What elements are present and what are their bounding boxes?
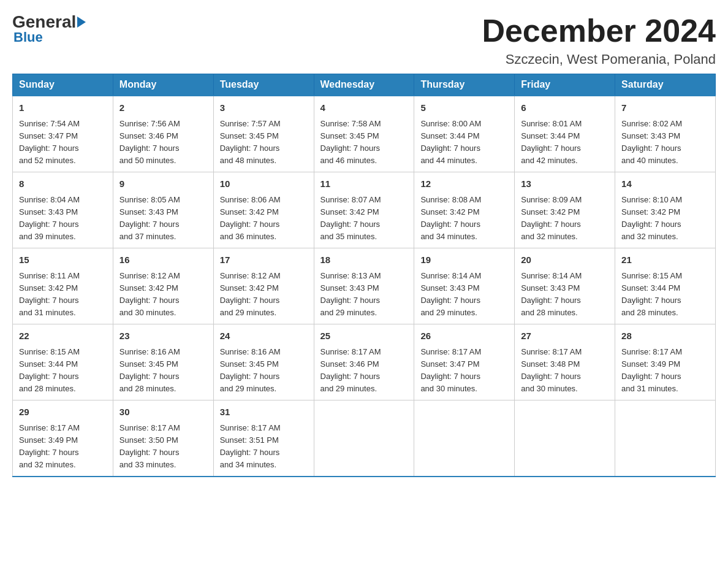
- day-info: Sunrise: 7:57 AMSunset: 3:45 PMDaylight:…: [220, 118, 308, 167]
- calendar-week-row-1: 1Sunrise: 7:54 AMSunset: 3:47 PMDaylight…: [13, 96, 716, 172]
- logo-blue-text: Blue: [13, 29, 43, 45]
- table-row: 2Sunrise: 7:56 AMSunset: 3:46 PMDaylight…: [113, 96, 213, 172]
- table-row: 16Sunrise: 8:12 AMSunset: 3:42 PMDayligh…: [113, 248, 213, 324]
- page-header: General Blue December 2024 Szczecin, Wes…: [12, 12, 716, 67]
- table-row: 29Sunrise: 8:17 AMSunset: 3:49 PMDayligh…: [13, 400, 113, 477]
- calendar-week-row-4: 22Sunrise: 8:15 AMSunset: 3:44 PMDayligh…: [13, 324, 716, 400]
- calendar-week-row-5: 29Sunrise: 8:17 AMSunset: 3:49 PMDayligh…: [13, 400, 716, 477]
- weekday-header-wednesday: Wednesday: [314, 74, 414, 96]
- table-row: 5Sunrise: 8:00 AMSunset: 3:44 PMDaylight…: [414, 96, 515, 172]
- day-info: Sunrise: 8:16 AMSunset: 3:45 PMDaylight:…: [119, 346, 207, 396]
- day-info: Sunrise: 8:06 AMSunset: 3:42 PMDaylight:…: [220, 194, 308, 243]
- day-number: 26: [420, 329, 508, 343]
- day-number: 6: [521, 101, 609, 115]
- day-number: 16: [119, 253, 207, 267]
- day-number: 28: [621, 329, 709, 343]
- table-row: 12Sunrise: 8:08 AMSunset: 3:42 PMDayligh…: [414, 172, 515, 248]
- day-number: 20: [521, 253, 609, 267]
- day-number: 8: [19, 177, 107, 191]
- day-info: Sunrise: 8:15 AMSunset: 3:44 PMDaylight:…: [621, 270, 709, 320]
- table-row: 4Sunrise: 7:58 AMSunset: 3:45 PMDaylight…: [314, 96, 414, 172]
- day-info: Sunrise: 7:56 AMSunset: 3:46 PMDaylight:…: [119, 118, 207, 167]
- weekday-header-sunday: Sunday: [13, 74, 113, 96]
- day-number: 18: [320, 253, 408, 267]
- weekday-header-monday: Monday: [113, 74, 213, 96]
- day-number: 30: [119, 405, 207, 419]
- day-number: 23: [119, 329, 207, 343]
- day-number: 22: [19, 329, 107, 343]
- table-row: [615, 400, 716, 477]
- table-row: 15Sunrise: 8:11 AMSunset: 3:42 PMDayligh…: [13, 248, 113, 324]
- day-info: Sunrise: 8:13 AMSunset: 3:43 PMDaylight:…: [320, 270, 408, 320]
- day-info: Sunrise: 8:17 AMSunset: 3:47 PMDaylight:…: [420, 346, 508, 396]
- logo: General Blue: [12, 12, 87, 45]
- table-row: 23Sunrise: 8:16 AMSunset: 3:45 PMDayligh…: [113, 324, 213, 400]
- day-number: 7: [621, 101, 709, 115]
- table-row: 25Sunrise: 8:17 AMSunset: 3:46 PMDayligh…: [314, 324, 414, 400]
- day-number: 17: [220, 253, 308, 267]
- table-row: 10Sunrise: 8:06 AMSunset: 3:42 PMDayligh…: [213, 172, 314, 248]
- day-info: Sunrise: 8:07 AMSunset: 3:42 PMDaylight:…: [320, 194, 408, 243]
- weekday-header-row: SundayMondayTuesdayWednesdayThursdayFrid…: [13, 74, 716, 96]
- day-number: 12: [420, 177, 508, 191]
- day-number: 24: [220, 329, 308, 343]
- table-row: 19Sunrise: 8:14 AMSunset: 3:43 PMDayligh…: [414, 248, 515, 324]
- day-number: 3: [220, 101, 308, 115]
- day-info: Sunrise: 8:17 AMSunset: 3:46 PMDaylight:…: [320, 346, 408, 396]
- table-row: 14Sunrise: 8:10 AMSunset: 3:42 PMDayligh…: [615, 172, 716, 248]
- calendar-week-row-3: 15Sunrise: 8:11 AMSunset: 3:42 PMDayligh…: [13, 248, 716, 324]
- day-number: 1: [19, 101, 107, 115]
- table-row: 30Sunrise: 8:17 AMSunset: 3:50 PMDayligh…: [113, 400, 213, 477]
- day-number: 29: [19, 405, 107, 419]
- day-number: 10: [220, 177, 308, 191]
- day-info: Sunrise: 8:16 AMSunset: 3:45 PMDaylight:…: [220, 346, 308, 396]
- table-row: 7Sunrise: 8:02 AMSunset: 3:43 PMDaylight…: [615, 96, 716, 172]
- logo-triangle-icon: [77, 17, 86, 28]
- table-row: 18Sunrise: 8:13 AMSunset: 3:43 PMDayligh…: [314, 248, 414, 324]
- day-number: 2: [119, 101, 207, 115]
- day-info: Sunrise: 8:01 AMSunset: 3:44 PMDaylight:…: [521, 118, 609, 167]
- table-row: [515, 400, 615, 477]
- table-row: [314, 400, 414, 477]
- day-number: 14: [621, 177, 709, 191]
- table-row: 31Sunrise: 8:17 AMSunset: 3:51 PMDayligh…: [213, 400, 314, 477]
- day-info: Sunrise: 8:02 AMSunset: 3:43 PMDaylight:…: [621, 118, 709, 167]
- calendar-week-row-2: 8Sunrise: 8:04 AMSunset: 3:43 PMDaylight…: [13, 172, 716, 248]
- table-row: 13Sunrise: 8:09 AMSunset: 3:42 PMDayligh…: [515, 172, 615, 248]
- day-info: Sunrise: 8:00 AMSunset: 3:44 PMDaylight:…: [420, 118, 508, 167]
- day-number: 15: [19, 253, 107, 267]
- day-number: 25: [320, 329, 408, 343]
- day-number: 13: [521, 177, 609, 191]
- day-number: 19: [420, 253, 508, 267]
- table-row: 17Sunrise: 8:12 AMSunset: 3:42 PMDayligh…: [213, 248, 314, 324]
- day-info: Sunrise: 8:12 AMSunset: 3:42 PMDaylight:…: [220, 270, 308, 320]
- day-info: Sunrise: 8:17 AMSunset: 3:48 PMDaylight:…: [521, 346, 609, 396]
- table-row: 6Sunrise: 8:01 AMSunset: 3:44 PMDaylight…: [515, 96, 615, 172]
- day-info: Sunrise: 8:17 AMSunset: 3:50 PMDaylight:…: [119, 422, 207, 472]
- table-row: 28Sunrise: 8:17 AMSunset: 3:49 PMDayligh…: [615, 324, 716, 400]
- day-info: Sunrise: 7:58 AMSunset: 3:45 PMDaylight:…: [320, 118, 408, 167]
- day-info: Sunrise: 8:09 AMSunset: 3:42 PMDaylight:…: [521, 194, 609, 243]
- month-title: December 2024: [482, 12, 716, 49]
- day-info: Sunrise: 8:05 AMSunset: 3:43 PMDaylight:…: [119, 194, 207, 243]
- day-info: Sunrise: 8:17 AMSunset: 3:49 PMDaylight:…: [19, 422, 107, 472]
- table-row: 26Sunrise: 8:17 AMSunset: 3:47 PMDayligh…: [414, 324, 515, 400]
- day-info: Sunrise: 8:08 AMSunset: 3:42 PMDaylight:…: [420, 194, 508, 243]
- weekday-header-friday: Friday: [515, 74, 615, 96]
- table-row: 1Sunrise: 7:54 AMSunset: 3:47 PMDaylight…: [13, 96, 113, 172]
- table-row: 20Sunrise: 8:14 AMSunset: 3:43 PMDayligh…: [515, 248, 615, 324]
- day-number: 9: [119, 177, 207, 191]
- day-info: Sunrise: 8:14 AMSunset: 3:43 PMDaylight:…: [420, 270, 508, 320]
- day-info: Sunrise: 8:17 AMSunset: 3:49 PMDaylight:…: [621, 346, 709, 396]
- day-number: 21: [621, 253, 709, 267]
- day-info: Sunrise: 8:17 AMSunset: 3:51 PMDaylight:…: [220, 422, 308, 472]
- day-info: Sunrise: 8:14 AMSunset: 3:43 PMDaylight:…: [521, 270, 609, 320]
- day-info: Sunrise: 8:04 AMSunset: 3:43 PMDaylight:…: [19, 194, 107, 243]
- table-row: 24Sunrise: 8:16 AMSunset: 3:45 PMDayligh…: [213, 324, 314, 400]
- day-info: Sunrise: 8:12 AMSunset: 3:42 PMDaylight:…: [119, 270, 207, 320]
- title-section: December 2024 Szczecin, West Pomerania, …: [482, 12, 716, 67]
- table-row: 27Sunrise: 8:17 AMSunset: 3:48 PMDayligh…: [515, 324, 615, 400]
- table-row: 21Sunrise: 8:15 AMSunset: 3:44 PMDayligh…: [615, 248, 716, 324]
- day-info: Sunrise: 8:11 AMSunset: 3:42 PMDaylight:…: [19, 270, 107, 320]
- table-row: 22Sunrise: 8:15 AMSunset: 3:44 PMDayligh…: [13, 324, 113, 400]
